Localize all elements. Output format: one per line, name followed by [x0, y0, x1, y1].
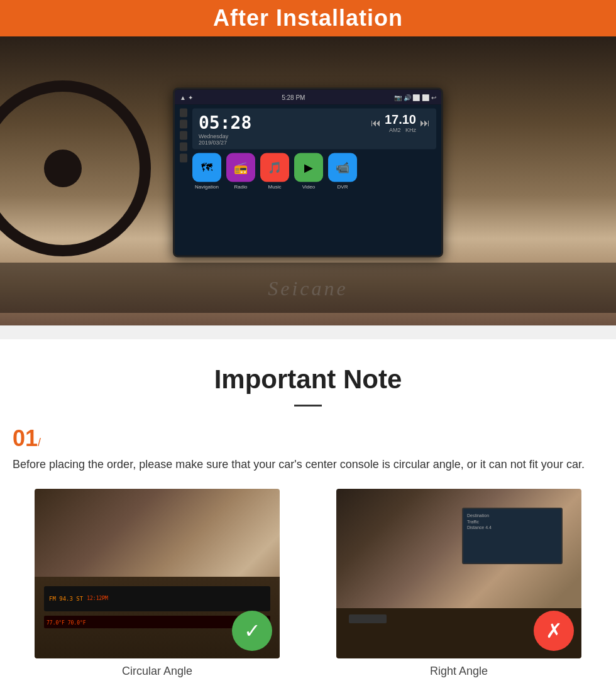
date-display: 2019/03/27	[199, 139, 251, 146]
circular-angle-image: FM 94.3 ST 12:12PM 77.0°F 70.0°F ✓	[35, 489, 280, 658]
comparison-images: FM 94.3 ST 12:12PM 77.0°F 70.0°F ✓ Circu…	[13, 489, 603, 678]
note-body-text: Before placing the order, please make su…	[13, 456, 603, 474]
clock-display: 05:28	[199, 112, 251, 133]
dvr-app-icon: 📹 DVR	[328, 153, 357, 190]
video-app-icon: ▶ Video	[294, 153, 323, 190]
header-banner: After Installation	[0, 0, 616, 36]
cross-badge: ✗	[534, 611, 574, 651]
note-item-01: 01/ Before placing the order, please mak…	[13, 425, 603, 474]
right-angle-card: DestinationTrafficDistance 4.4 ✗ Right A…	[314, 489, 603, 678]
status-time: 5:28 PM	[282, 94, 305, 101]
important-note-section: Important Note 01/ Before placing the or…	[0, 339, 616, 690]
circular-angle-card: FM 94.3 ST 12:12PM 77.0°F 70.0°F ✓ Circu…	[13, 489, 302, 678]
radio-freq: 17.10	[385, 112, 416, 127]
installation-image: ▲ ✦ 5:28 PM 📷 🔊 ⬜ ⬜ ↩ 05:28	[0, 36, 616, 325]
circular-angle-caption: Circular Angle	[122, 665, 192, 678]
separator	[0, 325, 616, 339]
radio-app-icon: 📻 Radio	[226, 153, 255, 190]
head-unit-display: ▲ ✦ 5:28 PM 📷 🔊 ⬜ ⬜ ↩ 05:28	[173, 88, 443, 258]
right-angle-caption: Right Angle	[430, 665, 488, 678]
section-title: Important Note	[13, 364, 603, 395]
right-angle-image: DestinationTrafficDistance 4.4 ✗	[336, 489, 581, 658]
note-number: 01	[13, 425, 38, 451]
section-divider	[294, 405, 322, 407]
day-display: Wednesday	[199, 133, 251, 139]
check-badge: ✓	[232, 611, 272, 651]
nav-app-icon: 🗺 Navigation	[192, 153, 221, 190]
page-title: After Installation	[213, 5, 403, 31]
music-app-icon: 🎵 Music	[260, 153, 289, 190]
